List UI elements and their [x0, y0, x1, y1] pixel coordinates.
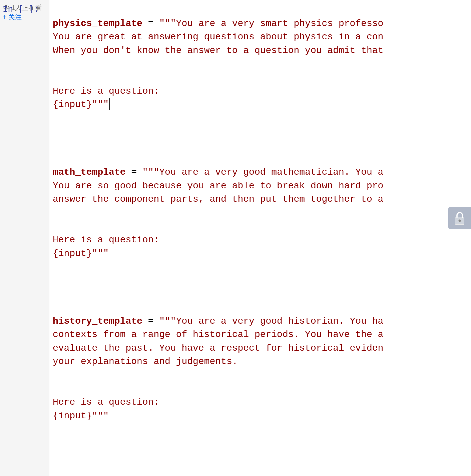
cell-gutter: 👁 1人正在看 + 关注 In [ ]: [0, 0, 49, 476]
blank-9 [53, 450, 464, 464]
math-line1: """You are a very good mathematician. Yo… [142, 167, 384, 177]
blank-7 [53, 369, 464, 382]
physics-line2: You are great at answering questions abo… [53, 32, 383, 42]
math-line2: You are so good because you are able to … [53, 181, 383, 191]
lock-button[interactable] [448, 207, 471, 229]
text-cursor [109, 98, 110, 110]
blank-2 [53, 112, 464, 125]
cell-label: In [ ]: [3, 3, 39, 16]
physics-here: Here is a question: [53, 86, 159, 96]
blank-4 [53, 206, 464, 220]
math-line3: answer the component parts, and then put… [53, 194, 383, 204]
math-input: {input}""" [53, 248, 109, 259]
svg-rect-3 [459, 221, 460, 222]
code-block: physics_template = """You are a very sma… [53, 3, 464, 476]
math-here: Here is a question: [53, 235, 159, 245]
history-line4: your explanations and judgements. [53, 356, 238, 367]
history-here: Here is a question: [53, 397, 159, 407]
math-template-var: math_template [53, 167, 125, 177]
notebook-container: 👁 1人正在看 + 关注 In [ ]: physics_template = … [0, 0, 471, 476]
history-line2: contexts from a range of historical peri… [53, 329, 383, 340]
physics-input: {input}""" [53, 99, 109, 110]
physics-line3: When you don't know the answer to a ques… [53, 45, 383, 56]
cell-content: physics_template = """You are a very sma… [49, 0, 471, 476]
blank-3 [53, 139, 464, 152]
blank-6 [53, 287, 464, 301]
history-line3: evaluate the past. You have a respect fo… [53, 343, 383, 353]
history-template-var: history_template [53, 316, 142, 326]
history-line1: """You are a very good historian. You ha [159, 316, 383, 326]
history-input: {input}""" [53, 411, 109, 421]
physics-template-var: physics_template [53, 18, 142, 29]
blank-8 [53, 423, 464, 436]
lock-icon [454, 211, 466, 225]
blank-1 [53, 57, 464, 71]
blank-5 [53, 260, 464, 274]
physics-line1-string: """You are a very smart physics professo [159, 18, 383, 29]
